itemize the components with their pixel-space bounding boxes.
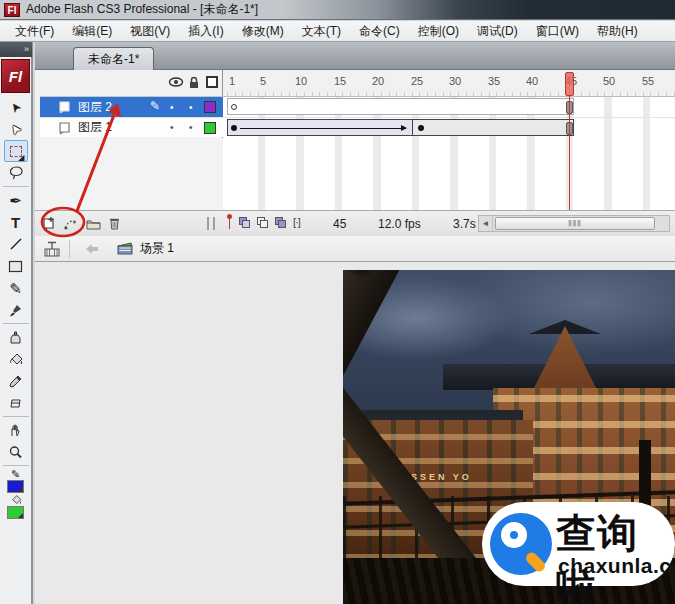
timeline-ruler[interactable]: 1 5 10 15 20 25 30 35 40 45 50 55 [223, 70, 675, 97]
eraser-tool[interactable] [4, 392, 28, 414]
stage-area[interactable]: HAESSEN YO 查询啦 chaxunla.com [35, 262, 675, 604]
ruler-number: 35 [488, 75, 500, 87]
ruler-number: 5 [260, 75, 266, 87]
subselection-tool[interactable]: ➤ [4, 118, 28, 140]
pencil-tool[interactable]: ✎ [4, 277, 28, 299]
watermark-magnifier-handle [524, 550, 547, 573]
lock-dot[interactable]: • [189, 122, 193, 133]
layer-outline-color[interactable] [204, 122, 216, 134]
ruler-number: 30 [449, 75, 461, 87]
ink-bottle-tool[interactable] [4, 326, 28, 348]
visibility-dot[interactable]: • [170, 102, 174, 113]
frames-row-layer-1[interactable] [223, 117, 675, 137]
ink-bottle-icon [8, 330, 23, 345]
line-tool[interactable] [4, 233, 28, 255]
stroke-color-swatch[interactable] [7, 480, 24, 493]
back-arrow-icon[interactable] [84, 243, 100, 255]
timeline-horizontal-scrollbar[interactable]: ◄ ⦀⦀⦀ [478, 215, 670, 232]
modify-onion-markers-button[interactable]: [·] [293, 216, 300, 228]
layer-name[interactable]: 图层 1 [78, 119, 112, 136]
layer-outline-color[interactable] [204, 101, 216, 113]
pen-tool[interactable]: ✒ [4, 189, 28, 211]
brush-tool[interactable] [4, 299, 28, 321]
menu-help[interactable]: 帮助(H) [588, 21, 647, 42]
fill-color-control[interactable] [7, 494, 24, 519]
playhead[interactable] [565, 72, 574, 96]
lasso-tool[interactable] [4, 162, 28, 184]
eyedropper-icon [8, 374, 23, 389]
timeline-panel: 图层 2 ✎ • • 图层 1 • • 1 5 10 15 20 [35, 70, 675, 236]
menu-bar: 文件(F) 编辑(E) 视图(V) 插入(I) 修改(M) 文本(T) 命令(C… [0, 21, 675, 42]
frame-span[interactable] [227, 119, 574, 136]
layer-page-icon [56, 122, 70, 135]
tween-arrow [240, 128, 406, 129]
rectangle-tool[interactable] [4, 255, 28, 277]
flash-logo: Fl [1, 59, 30, 93]
window-title: Adobe Flash CS3 Professional - [未命名-1*] [26, 1, 258, 18]
frames-row-layer-2[interactable] [223, 97, 675, 117]
delete-layer-button[interactable] [108, 216, 121, 231]
scroll-left-arrow[interactable]: ◄ [479, 216, 493, 231]
watermark-domain: chaxunla.com [558, 554, 675, 578]
pen-icon: ✒ [9, 193, 22, 208]
selection-arrow-icon: ➤ [7, 99, 24, 115]
brush-icon [8, 303, 23, 318]
frames-grid[interactable]: 1 5 10 15 20 25 30 35 40 45 50 55 [223, 70, 675, 210]
paint-bucket-tool[interactable] [4, 348, 28, 370]
layer-row-1[interactable]: 图层 1 • • [40, 117, 223, 137]
hand-tool[interactable] [4, 419, 28, 441]
edit-bar: 场景 1 [35, 236, 675, 262]
scrollbar-thumb[interactable]: ⦀⦀⦀ [495, 217, 655, 230]
insert-layer-button[interactable] [41, 216, 57, 231]
center-frame-button[interactable] [227, 214, 232, 230]
panel-collapse-chevrons[interactable]: » [0, 42, 32, 57]
menu-control[interactable]: 控制(O) [409, 21, 468, 42]
fill-color-swatch[interactable] [7, 506, 24, 519]
layer-page-icon [56, 101, 70, 114]
magnifier-icon [8, 445, 23, 460]
hand-icon [8, 423, 23, 438]
lock-icon[interactable] [188, 76, 200, 89]
app-icon: Fl [4, 3, 20, 17]
scene-name[interactable]: 场景 1 [140, 240, 174, 257]
ruler-number: 15 [334, 75, 346, 87]
menu-modify[interactable]: 修改(M) [233, 21, 293, 42]
menu-file[interactable]: 文件(F) [6, 21, 63, 42]
add-motion-guide-button[interactable] [63, 216, 79, 231]
selection-tool[interactable]: ➤ [4, 96, 28, 118]
stroke-color-control[interactable]: ✎ [7, 469, 24, 493]
stroke-pencil-icon: ✎ [11, 469, 20, 480]
menu-text[interactable]: 文本(T) [293, 21, 350, 42]
text-tool[interactable]: T [4, 211, 28, 233]
layer-row-2[interactable]: 图层 2 ✎ • • [40, 97, 223, 117]
fill-bucket-icon [9, 494, 23, 506]
show-hide-icon[interactable] [168, 76, 184, 88]
free-transform-tool[interactable] [4, 140, 28, 162]
frame-rate-readout[interactable]: 12.0 fps [378, 217, 421, 231]
outline-view-icon[interactable] [206, 76, 218, 88]
document-tab[interactable]: 未命名-1* [73, 47, 154, 70]
eyedropper-tool[interactable] [4, 370, 28, 392]
menu-debug[interactable]: 调试(D) [468, 21, 527, 42]
layer-name[interactable]: 图层 2 [78, 99, 112, 116]
text-tool-icon: T [11, 215, 20, 230]
menu-edit[interactable]: 编辑(E) [63, 21, 121, 42]
timeline-toggle-icon[interactable] [43, 241, 61, 257]
edit-multiple-frames-button[interactable] [275, 217, 286, 228]
menu-window[interactable]: 窗口(W) [527, 21, 588, 42]
menu-commands[interactable]: 命令(C) [350, 21, 409, 42]
scene-clapboard-icon [116, 241, 134, 256]
onion-skin-outlines-button[interactable] [257, 217, 268, 228]
bottom-bar-grip[interactable] [207, 217, 215, 230]
menu-view[interactable]: 视图(V) [121, 21, 179, 42]
pencil-icon: ✎ [9, 281, 22, 296]
zoom-tool[interactable] [4, 441, 28, 463]
frame-span[interactable] [227, 98, 574, 115]
visibility-dot[interactable]: • [170, 122, 174, 133]
onion-skin-button[interactable] [239, 217, 250, 228]
title-bar: Fl Adobe Flash CS3 Professional - [未命名-1… [0, 0, 675, 20]
empty-keyframe-icon [231, 104, 237, 110]
lock-dot[interactable]: • [189, 102, 193, 113]
insert-folder-button[interactable] [85, 217, 102, 231]
menu-insert[interactable]: 插入(I) [179, 21, 232, 42]
